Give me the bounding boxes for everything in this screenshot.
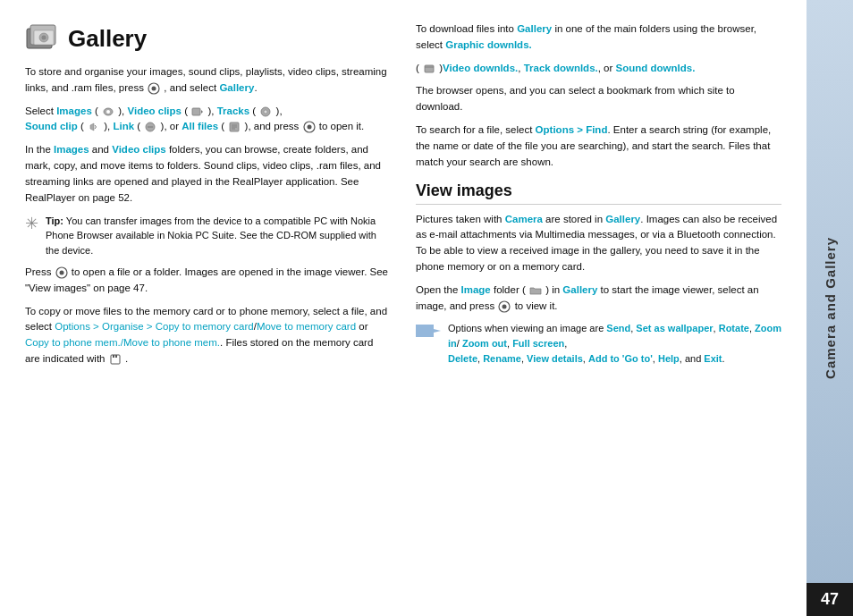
download-paragraph-3: The browser opens, and you can select a … bbox=[416, 83, 781, 115]
page-number: 47 bbox=[807, 583, 853, 616]
press-icon-4 bbox=[498, 300, 511, 313]
browser-icon bbox=[423, 63, 435, 75]
download-paragraph: To download files into Gallery in one of… bbox=[416, 21, 781, 54]
svg-marker-30 bbox=[416, 325, 441, 337]
copy-move-paragraph: To copy or move files to the memory card… bbox=[25, 304, 391, 367]
press-icon-3 bbox=[55, 266, 68, 279]
press-icon bbox=[148, 82, 160, 95]
main-content: Gallery To store and organise your image… bbox=[0, 0, 807, 616]
svg-rect-9 bbox=[192, 108, 200, 115]
folder-icon bbox=[529, 284, 542, 297]
open-image-paragraph: Open the Image folder ( ) in Gallery to … bbox=[416, 283, 781, 315]
gallery-icon bbox=[25, 21, 59, 55]
in-images-paragraph: In the Images and Video clips folders, y… bbox=[25, 142, 391, 206]
svg-point-6 bbox=[152, 86, 156, 90]
svg-rect-25 bbox=[115, 355, 117, 358]
tip-icon: ✳ bbox=[25, 214, 38, 233]
svg-point-29 bbox=[503, 304, 507, 308]
svg-point-8 bbox=[106, 110, 110, 114]
tracks-icon bbox=[259, 105, 272, 118]
note-arrow-icon bbox=[416, 323, 441, 339]
allfiles-icon bbox=[228, 121, 241, 133]
search-paragraph: To search for a file, select Options > F… bbox=[416, 122, 781, 170]
title-row: Gallery bbox=[25, 21, 391, 55]
intro-paragraph: To store and organise your images, sound… bbox=[25, 64, 391, 97]
memory-card-icon bbox=[109, 353, 122, 366]
svg-rect-24 bbox=[113, 355, 114, 358]
view-images-paragraph: Pictures taken with Camera are stored in… bbox=[416, 212, 781, 275]
link-icon bbox=[144, 121, 156, 133]
note-content: Options when viewing an image are Send, … bbox=[448, 321, 781, 367]
images-icon bbox=[102, 105, 114, 118]
tip-content: Tip: You can transfer images from the de… bbox=[46, 214, 391, 258]
tip-box: ✳ Tip: You can transfer images from the … bbox=[25, 214, 391, 258]
page-title: Gallery bbox=[68, 25, 147, 53]
video-icon bbox=[191, 105, 204, 118]
sidebar-label: Camera and Gallery bbox=[823, 237, 838, 379]
svg-point-12 bbox=[264, 110, 267, 114]
sidebar: Camera and Gallery 47 bbox=[807, 0, 853, 616]
right-column: To download files into Gallery in one of… bbox=[416, 21, 781, 598]
note-box: Options when viewing an image are Send, … bbox=[416, 321, 781, 367]
select-paragraph: Select Images ( ), Video clips ( ), Trac… bbox=[25, 104, 391, 136]
svg-marker-10 bbox=[201, 110, 203, 114]
view-images-heading: View images bbox=[416, 181, 781, 205]
sound-icon bbox=[88, 121, 100, 133]
press-paragraph: Press to open a file or a folder. Images… bbox=[25, 265, 391, 297]
svg-rect-26 bbox=[425, 65, 434, 72]
left-column: Gallery To store and organise your image… bbox=[25, 21, 391, 598]
svg-point-4 bbox=[42, 36, 46, 40]
download-paragraph-2: ( )Video downlds., Track downlds., or So… bbox=[416, 61, 781, 77]
press-icon-2 bbox=[303, 121, 316, 133]
svg-point-22 bbox=[59, 270, 63, 274]
svg-point-20 bbox=[307, 125, 311, 130]
